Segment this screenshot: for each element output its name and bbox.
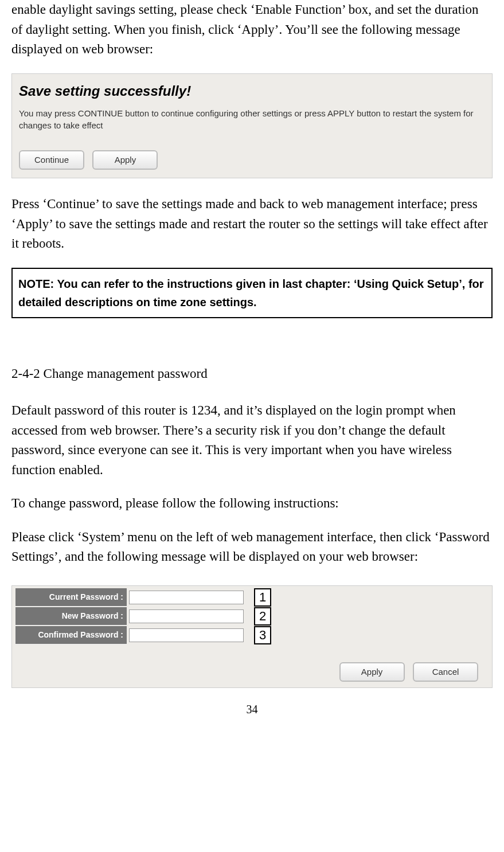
- form-row-new-password: New Password : 2: [15, 607, 489, 626]
- save-setting-screenshot: Save setting successfully! You may press…: [11, 73, 493, 179]
- callout-1: 1: [254, 588, 271, 607]
- new-password-input[interactable]: [129, 609, 244, 623]
- current-password-input[interactable]: [129, 591, 244, 604]
- form-row-confirmed-password: Confirmed Password : 3: [15, 626, 489, 644]
- page-number: 34: [11, 701, 493, 718]
- save-title: Save setting successfully!: [19, 81, 485, 101]
- password-paragraph-2: To change password, please follow the fo…: [11, 494, 493, 514]
- apply-button[interactable]: Apply: [92, 150, 158, 170]
- label-current-password: Current Password :: [15, 588, 127, 607]
- after-save-paragraph: Press ‘Continue’ to save the settings ma…: [11, 194, 493, 254]
- label-new-password: New Password :: [15, 607, 127, 626]
- callout-2: 2: [254, 607, 271, 626]
- form-row-current-password: Current Password : 1: [15, 588, 489, 607]
- continue-button[interactable]: Continue: [19, 150, 84, 170]
- note-box: NOTE: You can refer to the instructions …: [11, 268, 493, 318]
- password-paragraph-1: Default password of this router is 1234,…: [11, 401, 493, 480]
- intro-paragraph: enable daylight savings setting, please …: [11, 0, 493, 60]
- label-confirmed-password: Confirmed Password :: [15, 626, 127, 644]
- apply-button-form[interactable]: Apply: [339, 662, 405, 682]
- save-message: You may press CONTINUE button to continu…: [19, 107, 485, 131]
- callout-3: 3: [254, 626, 271, 644]
- confirmed-password-input[interactable]: [129, 628, 244, 642]
- section-heading: 2-4-2 Change management password: [11, 364, 493, 384]
- password-form-screenshot: Current Password : 1 New Password : 2 Co…: [11, 585, 493, 689]
- cancel-button-form[interactable]: Cancel: [413, 662, 478, 682]
- password-paragraph-3: Please click ‘System’ menu on the left o…: [11, 527, 493, 567]
